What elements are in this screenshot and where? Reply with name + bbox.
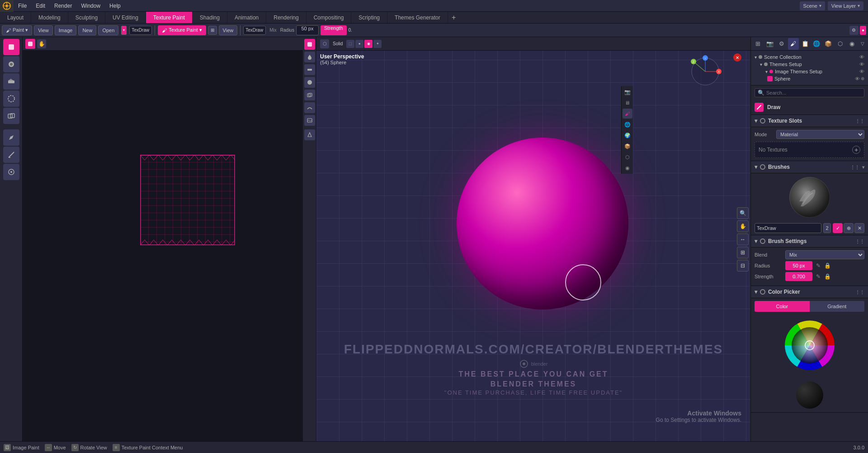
bottom-rotate[interactable]: ↻ Rotate View <box>71 444 107 451</box>
strength-btn[interactable]: Strength <box>321 25 347 35</box>
brush-name-input[interactable] <box>755 223 821 233</box>
tab-add-button[interactable]: + <box>448 12 460 24</box>
themes-eye-icon[interactable]: 👁 <box>859 62 864 67</box>
color-wheel[interactable] <box>783 318 837 372</box>
tab-shading[interactable]: Shading <box>193 12 227 23</box>
tab-animation[interactable]: Animation <box>227 12 266 23</box>
rp-icon-7[interactable]: 📦 <box>823 38 834 50</box>
scene-collection-root[interactable]: ▾ Scene Collection 👁 <box>755 53 864 61</box>
tab-themes-generator[interactable]: Themes Generator <box>387 12 448 23</box>
blender-logo[interactable] <box>0 0 14 12</box>
brush-fake-user-btn[interactable]: ✓ <box>833 223 843 233</box>
pv-tab-brush[interactable]: 🖌 <box>623 109 632 119</box>
strip-fill-btn[interactable] <box>304 77 315 88</box>
brush-size-tool-btn[interactable] <box>3 164 19 180</box>
draw-tool-btn[interactable] <box>3 39 19 55</box>
strip-smear-btn[interactable] <box>304 102 315 113</box>
rp-icon-5[interactable]: 📋 <box>800 38 811 50</box>
vp-mode-icon[interactable]: ⬡ <box>320 39 329 48</box>
rp-icon-6[interactable]: 🌐 <box>811 38 822 50</box>
color-picker-header[interactable]: ▾ Color Picker ⋮⋮ <box>751 286 868 298</box>
tab-modeling[interactable]: Modeling <box>31 12 68 23</box>
sphere-eye-icon[interactable]: 👁 <box>855 76 860 81</box>
viewport-close-btn[interactable]: ✕ <box>733 53 741 62</box>
erase-tool-btn[interactable] <box>3 73 19 90</box>
filter-icon[interactable]: ▽ <box>859 41 866 46</box>
annotate-tool-btn[interactable] <box>3 129 19 146</box>
vp-shade-wire[interactable]: ⬚ <box>346 40 354 48</box>
image-eye-icon[interactable]: 👁 <box>859 69 864 74</box>
strength-lock-icon[interactable]: 🔒 <box>824 273 831 280</box>
menu-render[interactable]: Render <box>50 0 76 11</box>
vp-view-btn[interactable]: View <box>219 25 238 35</box>
vp-zoom-in[interactable]: 🔍 <box>737 207 749 219</box>
brushes-header[interactable]: ▾ Brushes ⋮⋮ ▾ <box>751 161 868 173</box>
vp-viewport-shading[interactable]: Solid <box>331 41 344 46</box>
uv-open-btn[interactable]: Open <box>98 25 118 35</box>
rp-icon-3[interactable]: ⚙ <box>776 38 787 50</box>
vp-shade-solid[interactable]: ● <box>355 40 363 48</box>
uv-view-btn[interactable]: View <box>34 25 53 35</box>
brush-settings-header[interactable]: ▾ Brush Settings ⋮⋮ <box>751 235 868 248</box>
sphere-item[interactable]: Sphere 👁 ⊕ <box>755 75 864 82</box>
fill-tool-btn[interactable] <box>3 56 19 72</box>
strength-value[interactable]: 0.700 <box>785 272 812 281</box>
vp-fly[interactable]: ↔ <box>737 234 749 245</box>
rp-icon-9[interactable]: ◉ <box>846 38 857 50</box>
menu-window[interactable]: Window <box>76 0 105 11</box>
strength-edit-icon[interactable]: ✎ <box>816 273 821 280</box>
themes-setup-item[interactable]: ▾ Themes Setup 👁 <box>755 61 864 68</box>
tab-uv-editing[interactable]: UV Editing <box>105 12 146 23</box>
pv-tab-scene[interactable]: 🌐 <box>623 119 632 129</box>
image-themes-item[interactable]: ▾ Image Themes Setup 👁 <box>755 68 864 75</box>
pv-tab-material[interactable]: ◉ <box>623 163 632 173</box>
strip-erase-btn[interactable] <box>304 64 315 75</box>
strip-clone-btn[interactable] <box>304 90 315 100</box>
texture-slots-header[interactable]: ▾ Texture Slots ⋮⋮ <box>751 115 868 127</box>
vp-local-view[interactable]: ⊞ <box>737 247 749 258</box>
tab-rendering[interactable]: Rendering <box>266 12 306 23</box>
pv-tab-render[interactable]: 📷 <box>623 87 632 97</box>
radius-lock-icon[interactable]: 🔒 <box>824 262 831 269</box>
tab-layout[interactable]: Layout <box>0 12 31 23</box>
menu-help[interactable]: Help <box>105 0 125 11</box>
radius-value[interactable]: 50 px <box>785 261 812 270</box>
rp-icon-1[interactable]: ⊞ <box>753 38 764 50</box>
bottom-move[interactable]: ↔ Move <box>45 444 66 451</box>
view-layer-selector[interactable]: View Layer ▾ <box>828 1 863 10</box>
sphere-extra-icon[interactable]: ⊕ <box>861 76 864 81</box>
scene-icon[interactable]: ⚙ <box>849 26 859 35</box>
strip-paint-btn[interactable] <box>304 39 315 50</box>
search-input[interactable] <box>766 90 861 95</box>
tab-scripting[interactable]: Scripting <box>351 12 387 23</box>
strip-mask-btn[interactable] <box>304 129 315 140</box>
vp-collections[interactable]: ⊟ <box>737 260 749 272</box>
pv-tab-world[interactable]: 🌍 <box>623 130 632 140</box>
color-selector[interactable]: ● <box>860 26 866 35</box>
blend-select[interactable]: Mix <box>785 250 864 259</box>
radius-edit-icon[interactable]: ✎ <box>816 262 821 269</box>
rp-icon-2[interactable]: 📷 <box>764 38 775 50</box>
texture-paint-mode-btn[interactable]: 🖌 Texture Paint ▾ <box>158 25 206 35</box>
rp-icon-8[interactable]: ⬡ <box>835 38 845 50</box>
eye-icon[interactable]: 👁 <box>859 54 864 60</box>
scene-selector[interactable]: Scene ▾ <box>800 1 825 10</box>
bottom-context-menu[interactable]: ≡ Texture Paint Context Menu <box>113 444 183 451</box>
blur-tool-btn[interactable] <box>3 91 19 107</box>
vp-zoom-out[interactable]: ✋ <box>737 220 749 232</box>
radius-input[interactable]: 50 px <box>296 25 319 35</box>
tab-compositing[interactable]: Compositing <box>307 12 352 23</box>
clone-tool-btn[interactable] <box>3 108 19 124</box>
strip-drop-btn[interactable] <box>304 52 315 62</box>
uv-hand-icon[interactable]: ✋ <box>37 39 46 48</box>
vp-shade-rendered[interactable]: ✦ <box>373 40 382 48</box>
menu-file[interactable]: File <box>14 0 31 11</box>
pv-tab-object[interactable]: 📦 <box>623 141 632 151</box>
gradient-tab[interactable]: Gradient <box>810 301 865 312</box>
uv-new-btn[interactable]: New <box>78 25 96 35</box>
strip-img-btn[interactable] <box>304 115 315 126</box>
rp-icon-4[interactable]: 🖌 <box>788 38 799 50</box>
tab-sculpting[interactable]: Sculpting <box>68 12 105 23</box>
nav-widget[interactable]: Y X Z <box>687 53 723 91</box>
no-textures-btn[interactable]: No Textures + <box>755 142 864 158</box>
